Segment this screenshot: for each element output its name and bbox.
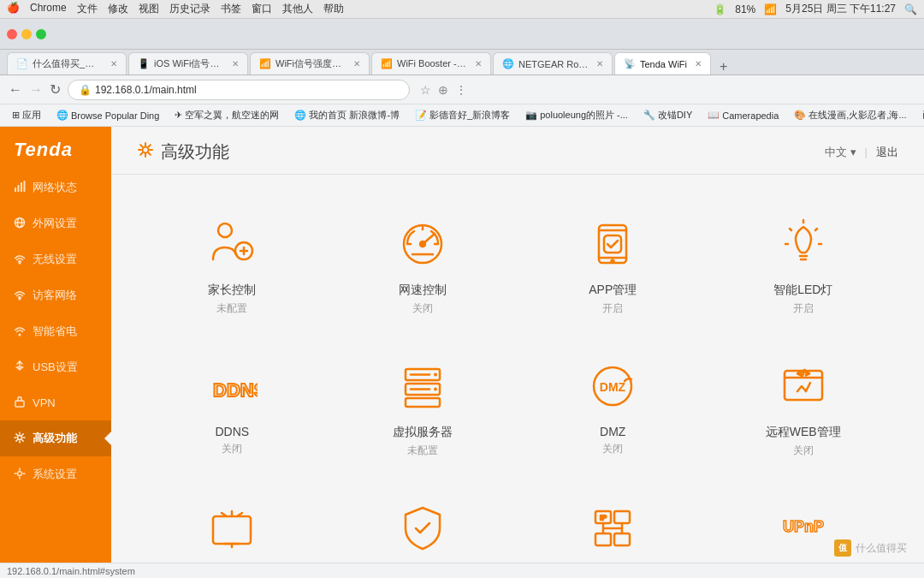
feature-app-manage[interactable]: APP管理 开启 <box>518 192 708 334</box>
menu-history[interactable]: 历史记录 <box>169 2 210 16</box>
header-right: 中文 ▾ | 退出 <box>825 145 898 160</box>
parental-control-name: 家长控制 <box>208 283 256 298</box>
feature-virtual-server[interactable]: 虚拟服务器 未配置 <box>328 334 518 476</box>
window-maximize-button[interactable] <box>36 29 46 39</box>
new-tab-button[interactable]: + <box>713 59 734 74</box>
tab-close-3[interactable]: ✕ <box>475 59 482 69</box>
svg-point-14 <box>18 435 22 439</box>
svg-text:DMZ: DMZ <box>600 380 626 394</box>
bookmark-3[interactable]: 🌐 我的首页 新浪微博-博 <box>289 107 405 123</box>
bookmark-3-icon: 🌐 <box>294 110 306 121</box>
sidebar-item-advanced[interactable]: 高级功能 <box>0 420 111 456</box>
bookmark-star-icon[interactable]: ☆ <box>420 83 431 97</box>
tab-close-2[interactable]: ✕ <box>353 59 360 69</box>
dmz-icon-wrap: DMZ <box>583 356 643 416</box>
sidebar-label-wan: 外网设置 <box>33 216 77 231</box>
svg-point-43 <box>434 373 437 377</box>
extend-icon[interactable]: ⊕ <box>438 83 448 97</box>
bookmark-3-label: 我的首页 新浪微博-博 <box>309 109 400 122</box>
tab-bar: 📄 什么值得买_优惠精选 | 国... ✕ 📱 iOS WiFi信号强度检测_百… <box>0 50 924 75</box>
window-close-button[interactable] <box>7 29 17 39</box>
bookmark-8[interactable]: 🎨 在线漫画,火影忍者,海... <box>789 107 911 123</box>
address-input[interactable]: 🔒 192.168.0.1/main.html <box>68 80 410 100</box>
tab-close-0[interactable]: ✕ <box>110 59 117 69</box>
feature-grid: 家长控制 未配置 <box>111 175 924 578</box>
feature-remote-web[interactable]: </> 远程WEB管理 关闭 <box>708 334 899 476</box>
sidebar-item-network-status[interactable]: 网络状态 <box>0 170 111 206</box>
svg-point-8 <box>19 298 21 300</box>
svg-text:UPnP: UPnP <box>783 518 824 535</box>
sidebar-item-wan-settings[interactable]: 外网设置 <box>0 206 111 241</box>
content-area: 高级功能 中文 ▾ | 退出 <box>111 127 924 578</box>
sidebar-item-guest[interactable]: 访客网络 <box>0 277 111 313</box>
window-minimize-button[interactable] <box>21 29 32 39</box>
url-text[interactable]: 192.168.0.1/main.html <box>95 84 197 96</box>
menu-help[interactable]: 帮助 <box>323 2 344 16</box>
tab-1[interactable]: 📱 iOS WiFi信号强度检测_百... ✕ <box>128 52 248 74</box>
page-title: 高级功能 <box>137 140 229 164</box>
tab-0[interactable]: 📄 什么值得买_优惠精选 | 国... ✕ <box>7 52 127 74</box>
bookmark-7-icon: 📖 <box>708 110 720 121</box>
bookmark-7[interactable]: 📖 Camerapedia <box>702 108 784 122</box>
tab-close-1[interactable]: ✕ <box>232 59 239 69</box>
tab-4[interactable]: 🌐 NETGEAR Router WNDR... ✕ <box>493 52 613 74</box>
refresh-button[interactable]: ↻ <box>50 81 61 98</box>
svg-point-17 <box>218 223 232 237</box>
menu-window[interactable]: 窗口 <box>252 2 272 16</box>
speed-control-icon-wrap <box>393 214 453 274</box>
feature-parental-control[interactable]: 家长控制 未配置 <box>137 192 328 334</box>
menu-other[interactable]: 其他人 <box>282 2 313 16</box>
feature-speed-control[interactable]: 网速控制 关闭 <box>328 192 518 334</box>
menu-icon[interactable]: ⋮ <box>455 83 467 97</box>
smart-led-name: 智能LED灯 <box>773 283 832 298</box>
menu-chrome[interactable]: Chrome <box>30 2 67 16</box>
bookmark-1-label: Browse Popular Ding <box>71 110 159 121</box>
bookmark-1-icon: 🌐 <box>56 110 68 121</box>
sidebar-label-advanced: 高级功能 <box>33 431 77 446</box>
menu-bookmarks[interactable]: 书签 <box>221 2 241 16</box>
bookmark-apps[interactable]: ⊞ 应用 <box>7 107 46 123</box>
menu-edit[interactable]: 修改 <box>108 2 128 16</box>
bookmark-9[interactable]: 已登入 <box>917 107 924 123</box>
back-button[interactable]: ← <box>9 82 22 98</box>
bookmark-2[interactable]: ✈ 空军之翼，航空迷的网 <box>169 107 284 123</box>
sidebar-item-system[interactable]: 系统设置 <box>0 456 111 492</box>
menu-view[interactable]: 视图 <box>139 2 159 16</box>
tab-close-5[interactable]: ✕ <box>695 59 702 69</box>
menu-file[interactable]: 文件 <box>77 2 98 16</box>
svg-point-30 <box>612 260 614 263</box>
wan-settings-icon <box>14 217 26 231</box>
static-route-icon-wrap: IP <box>583 498 643 558</box>
dmz-status: 关闭 <box>602 442 623 456</box>
firewall-icon-wrap <box>393 498 453 558</box>
sidebar-item-wifi[interactable]: 无线设置 <box>0 241 111 277</box>
tab-3[interactable]: 📶 WiFi Booster - 加强WiFi... ✕ <box>371 52 491 74</box>
forward-button[interactable]: → <box>29 82 43 98</box>
logout-button[interactable]: 退出 <box>876 145 898 160</box>
bookmark-1[interactable]: 🌐 Browse Popular Ding <box>51 108 164 122</box>
tab-5[interactable]: 📡 Tenda WiFi ✕ <box>614 52 711 74</box>
sidebar-item-powersave[interactable]: 智能省电 <box>0 313 111 349</box>
apple-menu[interactable]: 🍎 <box>7 2 20 16</box>
bookmark-6[interactable]: 🔧 改锚DIY <box>638 107 697 123</box>
language-selector[interactable]: 中文 ▾ <box>825 145 856 160</box>
sidebar-item-vpn[interactable]: VPN <box>0 385 111 420</box>
bookmark-5[interactable]: 📷 poluoleung的照片 -... <box>520 107 633 123</box>
sidebar-item-usb[interactable]: USB设置 <box>0 349 111 385</box>
sidebar-label-powersave: 智能省电 <box>33 324 77 339</box>
wifi-icon: 📶 <box>764 3 777 15</box>
svg-text:</>: </> <box>797 370 810 378</box>
search-icon[interactable]: 🔍 <box>904 3 917 15</box>
sidebar-label-wifi: 无线设置 <box>33 252 77 267</box>
brand-text: 什么值得买 <box>856 541 907 556</box>
apps-grid-icon: ⊞ <box>12 110 20 121</box>
feature-dmz[interactable]: DMZ DMZ 关闭 <box>518 334 708 476</box>
feature-smart-led[interactable]: 智能LED灯 开启 <box>708 192 899 334</box>
svg-line-35 <box>815 229 817 230</box>
page-title-text: 高级功能 <box>161 140 229 164</box>
feature-ddns[interactable]: DDNS DDNS 关闭 <box>137 334 328 476</box>
bookmark-4[interactable]: 📝 影德音好_新浪博客 <box>410 107 515 123</box>
tab-2[interactable]: 📶 WiFi信号强度显示软件 Wi... ✕ <box>250 52 370 74</box>
tab-close-4[interactable]: ✕ <box>596 59 603 69</box>
system-icon <box>14 468 26 482</box>
